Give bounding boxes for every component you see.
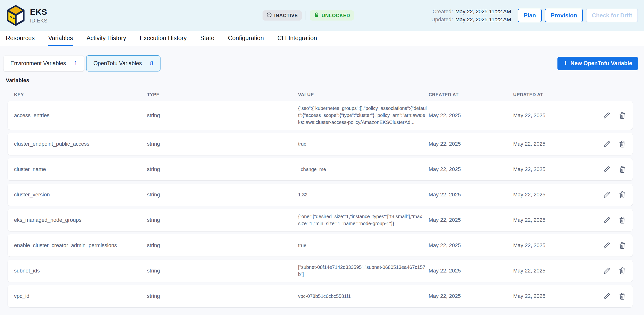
- pencil-icon: [603, 140, 611, 148]
- timestamps: Created: May 22, 2025 11:22 AM Updated: …: [431, 7, 511, 24]
- edit-variable-button[interactable]: [603, 216, 611, 224]
- variable-value: _change_me_: [298, 166, 428, 173]
- tab-configuration[interactable]: Configuration: [228, 31, 264, 46]
- variable-value: {"one":{"desired_size":1,"instance_types…: [298, 213, 428, 227]
- status-badges: INACTIVE UNLOCKED: [262, 10, 354, 20]
- delete-variable-button[interactable]: [618, 292, 626, 300]
- created-label: Created:: [432, 8, 453, 15]
- variable-type: string: [147, 112, 298, 119]
- badge-divider: [306, 11, 306, 19]
- edit-variable-button[interactable]: [603, 140, 611, 148]
- tab-execution-history[interactable]: Execution History: [140, 31, 187, 46]
- variable-type: string: [147, 242, 298, 249]
- trash-icon: [618, 165, 626, 173]
- edit-variable-button[interactable]: [603, 267, 611, 275]
- delete-variable-button[interactable]: [618, 216, 626, 224]
- column-header-type: TYPE: [147, 92, 298, 97]
- delete-variable-button[interactable]: [618, 165, 626, 173]
- new-opentofu-variable-label: New OpenTofu Variable: [570, 60, 632, 67]
- delete-variable-button[interactable]: [618, 140, 626, 148]
- edit-variable-button[interactable]: [603, 165, 611, 173]
- plan-button[interactable]: Plan: [518, 9, 542, 22]
- check-for-drift-button[interactable]: Check for Drift: [586, 9, 638, 22]
- delete-variable-button[interactable]: [618, 111, 626, 120]
- trash-icon: [618, 191, 626, 199]
- workspace-id: ID:EKS: [30, 18, 48, 24]
- table-row: enable_cluster_creator_admin_permissions…: [8, 234, 633, 257]
- pencil-icon: [603, 216, 611, 224]
- column-header-key: KEY: [14, 92, 147, 97]
- variable-value: {"sso":{"kubernetes_groups":[],"policy_a…: [298, 105, 428, 126]
- edit-variable-button[interactable]: [603, 241, 611, 250]
- variable-created-at: May 22, 2025: [428, 141, 513, 147]
- environment-variables-count: 1: [74, 60, 77, 67]
- variable-key: access_entries: [14, 112, 147, 119]
- variable-created-at: May 22, 2025: [428, 242, 513, 249]
- variable-updated-at: May 22, 2025: [513, 166, 596, 172]
- pencil-icon: [603, 241, 611, 250]
- variable-key: cluster_version: [14, 192, 147, 198]
- delete-variable-button[interactable]: [618, 191, 626, 199]
- variable-created-at: May 22, 2025: [428, 112, 513, 119]
- header-actions: Plan Provision Check for Drift: [518, 9, 638, 22]
- delete-variable-button[interactable]: [618, 267, 626, 275]
- table-row: cluster_endpoint_public_access string tr…: [8, 133, 633, 155]
- trash-icon: [618, 267, 626, 275]
- pencil-icon: [603, 111, 611, 120]
- variable-type-switcher: Environment Variables 1 OpenTofu Variabl…: [4, 55, 638, 71]
- opentofu-variables-chip[interactable]: OpenTofu Variables 8: [86, 55, 160, 71]
- column-header-value: VALUE: [298, 92, 428, 97]
- unlock-icon: [314, 12, 319, 19]
- environment-variables-chip[interactable]: Environment Variables 1: [4, 55, 84, 71]
- variable-value: ["subnet-08f14e7142d333595","subnet-0680…: [298, 264, 428, 278]
- variable-value: true: [298, 141, 428, 148]
- variable-updated-at: May 22, 2025: [513, 242, 596, 249]
- variable-key: cluster_endpoint_public_access: [14, 141, 147, 147]
- edit-variable-button[interactable]: [603, 111, 611, 120]
- variable-created-at: May 22, 2025: [428, 192, 513, 198]
- variable-created-at: May 22, 2025: [428, 293, 513, 299]
- variable-key: subnet_ids: [14, 268, 147, 274]
- tab-activity-history[interactable]: Activity History: [86, 31, 126, 46]
- variable-created-at: May 22, 2025: [428, 166, 513, 172]
- new-opentofu-variable-button[interactable]: + New OpenTofu Variable: [558, 57, 638, 70]
- lock-status-badge: UNLOCKED: [310, 10, 354, 20]
- circle-minus-icon: [266, 12, 272, 19]
- variable-type: string: [147, 293, 298, 299]
- tab-cli-integration[interactable]: CLI Integration: [277, 31, 317, 46]
- table-row: vpc_id string vpc-078b51c6cbc5581f1 May …: [8, 285, 633, 307]
- trash-icon: [618, 140, 626, 148]
- variable-key: eks_managed_node_groups: [14, 217, 147, 223]
- page-title: EKS: [30, 7, 48, 17]
- edit-variable-button[interactable]: [603, 292, 611, 300]
- pencil-icon: [603, 191, 611, 199]
- main-tab-bar: Resources Variables Activity History Exe…: [0, 31, 644, 46]
- table-rows: access_entries string {"sso":{"kubernete…: [8, 101, 633, 307]
- trash-icon: [618, 241, 626, 250]
- status-badge: INACTIVE: [262, 10, 302, 20]
- variable-type: string: [147, 268, 298, 274]
- opentofu-variables-count: 8: [150, 60, 153, 67]
- table-row: subnet_ids string ["subnet-08f14e7142d33…: [8, 260, 633, 282]
- pencil-icon: [603, 267, 611, 275]
- variable-type: string: [147, 192, 298, 198]
- variable-value: vpc-078b51c6cbc5581f1: [298, 293, 428, 300]
- status-badge-label: INACTIVE: [274, 13, 298, 18]
- variable-updated-at: May 22, 2025: [513, 141, 596, 147]
- table-row: cluster_name string _change_me_ May 22, …: [8, 158, 633, 180]
- variable-updated-at: May 22, 2025: [513, 268, 596, 274]
- provision-button[interactable]: Provision: [545, 9, 583, 22]
- tab-resources[interactable]: Resources: [6, 31, 35, 46]
- variable-type: string: [147, 141, 298, 147]
- edit-variable-button[interactable]: [603, 191, 611, 199]
- tab-variables[interactable]: Variables: [48, 31, 73, 46]
- variables-table: KEY TYPE VALUE CREATED AT UPDATED AT acc…: [8, 90, 633, 307]
- table-row: cluster_version string 1.32 May 22, 2025…: [8, 184, 633, 206]
- trash-icon: [618, 292, 626, 300]
- variable-key: enable_cluster_creator_admin_permissions: [14, 242, 147, 249]
- variable-value: true: [298, 242, 428, 249]
- tab-state[interactable]: State: [200, 31, 214, 46]
- trash-icon: [618, 216, 626, 224]
- variable-updated-at: May 22, 2025: [513, 112, 596, 119]
- delete-variable-button[interactable]: [618, 241, 626, 250]
